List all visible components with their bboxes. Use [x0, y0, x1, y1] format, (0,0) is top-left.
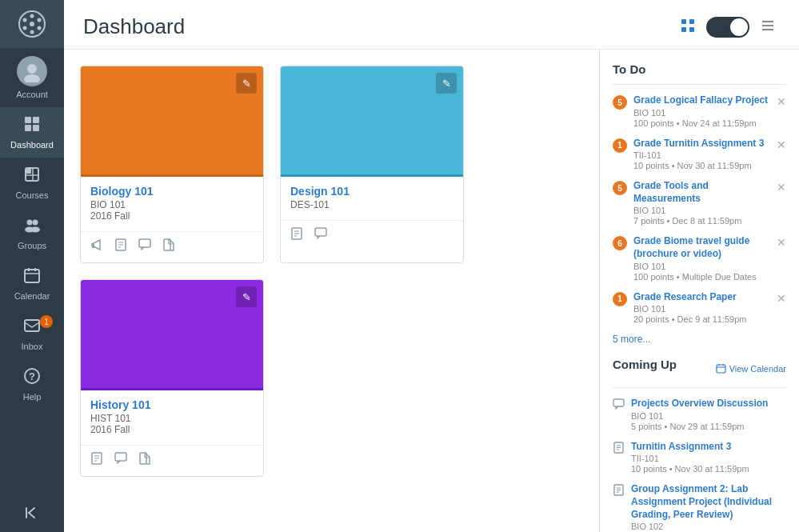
svg-rect-31 [689, 19, 694, 24]
todo-badge-2: 1 [613, 138, 627, 153]
course-card-des101[interactable]: ✎ Design 101 DES-101 [280, 66, 464, 263]
view-calendar-link[interactable]: View Calendar [716, 363, 786, 374]
course-card-edit-des101[interactable]: ✎ [436, 73, 457, 94]
svg-rect-30 [681, 19, 686, 24]
todo-meta-2b: 10 points • Nov 30 at 11:59pm [633, 161, 772, 170]
todo-link-3[interactable]: Grade Tools and Measurements [633, 180, 772, 205]
todo-item-1: 5 Grade Logical Fallacy Project BIO 101 … [613, 94, 786, 128]
todo-close-5[interactable]: ✕ [777, 292, 786, 305]
todo-meta-5b: 20 points • Dec 9 at 11:59pm [633, 314, 772, 324]
assignments-icon[interactable] [114, 238, 127, 254]
sidebar-item-account[interactable]: Account [0, 48, 64, 107]
course-card-body-bio101: Biology 101 BIO 101 2016 Fall [81, 177, 263, 226]
coming-content-3: Group Assignment 2: Lab Assignment Proje… [631, 483, 786, 531]
view-mode-toggle[interactable] [706, 17, 749, 38]
todo-meta-1: BIO 101 [633, 108, 772, 118]
assignment-icon-coming-2 [613, 442, 625, 456]
grid-view-button[interactable] [676, 15, 700, 39]
svg-rect-32 [681, 27, 686, 32]
svg-rect-43 [164, 239, 170, 250]
inbox-badge: 1 [40, 315, 53, 328]
todo-content-1: Grade Logical Fallacy Project BIO 101 10… [633, 94, 772, 128]
sidebar-item-inbox[interactable]: 1 Inbox [0, 309, 64, 359]
calendar-icon [23, 266, 41, 289]
discussion-icon-coming-1 [613, 398, 625, 413]
inbox-icon [23, 317, 41, 339]
svg-point-1 [30, 22, 34, 26]
todo-link-2[interactable]: Grade Turnitin Assignment 3 [633, 138, 772, 150]
coming-up-title: Coming Up [613, 358, 677, 371]
coming-meta-1: BIO 101 [631, 411, 768, 421]
sidebar-item-groups[interactable]: Groups [0, 208, 64, 258]
todo-close-1[interactable]: ✕ [777, 95, 786, 108]
discussions-icon-des[interactable] [314, 227, 327, 243]
course-card-body-hist101: History 101 HIST 101 2016 Fall [81, 390, 263, 440]
todo-badge-1: 5 [613, 95, 627, 110]
svg-rect-63 [613, 399, 624, 406]
course-card-code-des101: DES-101 [290, 199, 453, 210]
todo-meta-4: BIO 101 [633, 262, 772, 271]
course-card-bio101[interactable]: ✎ Biology 101 BIO 101 2016 Fall [80, 66, 264, 263]
todo-meta-4b: 100 points • Multiple Due Dates [633, 272, 772, 282]
assignments-icon-des[interactable] [290, 227, 303, 243]
more-todo-link[interactable]: 5 more... [613, 334, 786, 345]
help-icon: ? [23, 367, 41, 390]
todo-link-4[interactable]: Grade Biome travel guide (brochure or vi… [633, 235, 772, 260]
toggle-knob [730, 18, 748, 36]
sidebar-item-dashboard[interactable]: Dashboard [0, 107, 64, 158]
sidebar-item-courses[interactable]: Courses [0, 158, 64, 208]
sidebar-logo [0, 0, 64, 48]
coming-item-2: Turnitin Assignment 3 TII-101 10 points … [613, 441, 786, 474]
course-card-title-des101[interactable]: Design 101 [290, 185, 453, 198]
courses-icon [23, 166, 41, 188]
course-card-edit-hist101[interactable]: ✎ [236, 286, 257, 307]
svg-point-7 [30, 14, 34, 18]
course-card-hist101[interactable]: ✎ History 101 HIST 101 2016 Fall [80, 279, 264, 477]
list-view-button[interactable] [756, 15, 780, 39]
coming-link-2[interactable]: Turnitin Assignment 3 [631, 441, 749, 454]
sidebar-item-help[interactable]: ? Help [0, 359, 64, 410]
todo-close-3[interactable]: ✕ [777, 181, 786, 194]
todo-badge-4: 6 [613, 236, 627, 250]
account-label: Account [16, 90, 48, 99]
course-card-edit-bio101[interactable]: ✎ [236, 73, 257, 94]
todo-content-3: Grade Tools and Measurements BIO 101 7 p… [633, 180, 772, 226]
assignments-icon-hist[interactable] [90, 452, 103, 468]
course-card-image-bio101: ✎ [81, 66, 263, 177]
coming-content-2: Turnitin Assignment 3 TII-101 10 points … [631, 441, 749, 474]
course-card-title-hist101[interactable]: History 101 [90, 398, 254, 411]
view-calendar-label: View Calendar [729, 364, 786, 374]
svg-rect-59 [717, 365, 725, 373]
todo-badge-5: 1 [613, 292, 627, 306]
sidebar-item-calendar[interactable]: Calendar [0, 258, 64, 309]
svg-rect-15 [26, 168, 31, 174]
svg-point-18 [27, 220, 33, 226]
discussions-icon-hist[interactable] [114, 452, 127, 468]
sidebar-collapse-button[interactable] [0, 494, 64, 532]
coming-up-header: Coming Up View Calendar [613, 358, 786, 379]
calendar-small-icon [716, 363, 726, 374]
svg-rect-10 [25, 117, 31, 123]
files-icon-hist[interactable] [138, 452, 151, 468]
coming-link-1[interactable]: Projects Overview Discussion [631, 398, 768, 410]
groups-icon [23, 216, 41, 238]
todo-item-5: 1 Grade Research Paper BIO 101 20 points… [613, 291, 786, 325]
coming-meta-3: BIO 102 [631, 522, 786, 531]
coming-link-3[interactable]: Group Assignment 2: Lab Assignment Proje… [631, 483, 786, 521]
discussions-icon[interactable] [138, 238, 151, 254]
coming-item-3: Group Assignment 2: Lab Assignment Proje… [613, 483, 786, 531]
svg-rect-56 [140, 453, 146, 464]
todo-link-1[interactable]: Grade Logical Fallacy Project [633, 94, 772, 107]
files-icon[interactable] [162, 238, 175, 254]
todo-close-4[interactable]: ✕ [777, 236, 786, 249]
course-card-title-bio101[interactable]: Biology 101 [90, 185, 254, 198]
announcements-icon[interactable] [90, 238, 103, 254]
course-card-term-hist101: 2016 Fall [90, 424, 254, 435]
todo-close-2[interactable]: ✕ [777, 138, 786, 151]
course-card-code-hist101: HIST 101 [90, 413, 254, 424]
todo-link-5[interactable]: Grade Research Paper [633, 291, 772, 304]
svg-point-19 [33, 220, 38, 226]
svg-point-9 [24, 74, 40, 82]
svg-rect-12 [25, 125, 31, 131]
svg-text:?: ? [29, 370, 35, 382]
